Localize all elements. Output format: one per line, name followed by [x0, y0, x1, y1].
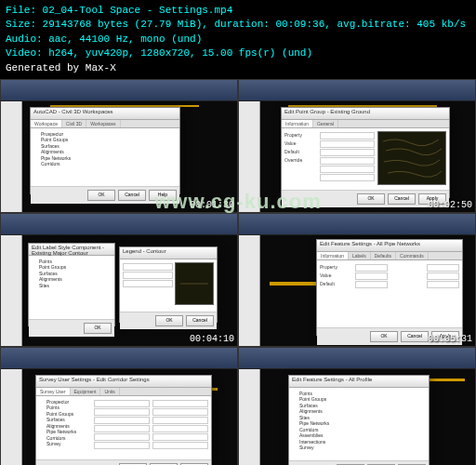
timestamp: 00:05:31: [428, 334, 472, 344]
file-line: File: 02_04-Tool Space - Settings.mp4: [6, 4, 470, 18]
tab-workspaces[interactable]: Workspaces: [86, 120, 120, 127]
help-button[interactable]: Help: [149, 190, 177, 201]
app-ribbon: [1, 348, 237, 369]
media-info-header: File: 02_04-Tool Space - Settings.mp4 Si…: [0, 0, 476, 79]
tab-workspace[interactable]: Workspace: [31, 120, 62, 127]
cancel-button[interactable]: Cancel: [401, 331, 429, 342]
settings-tree[interactable]: Points Point Groups Surfaces Alignments …: [32, 259, 112, 289]
cancel-button[interactable]: Cancel: [186, 315, 214, 326]
feature-settings-dialog[interactable]: Edit Feature Settings - All Pipe Network…: [316, 239, 463, 336]
toolspace-sidebar: [1, 235, 22, 347]
app-ribbon: [239, 214, 475, 235]
dialog-title: Edit Point Group - Existing Ground: [282, 108, 449, 120]
tab-commands[interactable]: Commands: [396, 252, 429, 259]
tab-defaults[interactable]: Defaults: [371, 252, 396, 259]
preview-panel: [175, 262, 214, 305]
toolspace-sidebar: [239, 369, 260, 465]
dialog-title: Legend - Contour: [120, 247, 217, 259]
profile-settings-dialog[interactable]: Edit Feature Settings - All Profile Poin…: [288, 375, 430, 465]
ok-button[interactable]: OK: [357, 193, 385, 205]
tab-units[interactable]: Units: [100, 388, 119, 395]
dialog-title: AutoCAD - Civil 3D Workspaces: [31, 108, 179, 120]
tab-survey[interactable]: Survey User: [36, 388, 71, 395]
cancel-button[interactable]: Cancel: [388, 193, 416, 205]
size-line: Size: 29143768 bytes (27.79 MiB), durati…: [6, 18, 470, 32]
contour-preview: [377, 131, 446, 185]
survey-settings-dialog[interactable]: Survey User Settings - Edit Corridor Set…: [35, 375, 212, 465]
settings-tree[interactable]: Points Point Groups Surfaces Alignments …: [292, 391, 426, 451]
label-style-dialog[interactable]: Edit Label Style Component - Existing Ma…: [28, 243, 115, 326]
tab-general[interactable]: General: [313, 120, 338, 127]
point-group-dialog[interactable]: Edit Point Group - Existing Ground Infor…: [281, 107, 450, 198]
thumbnail-3: Edit Label Style Component - Existing Ma…: [0, 213, 238, 347]
thumbnail-5: Survey User Settings - Edit Corridor Set…: [0, 347, 238, 465]
dialog-title: Edit Feature Settings - All Pipe Network…: [317, 240, 462, 252]
ok-button[interactable]: OK: [84, 323, 112, 334]
ok-button[interactable]: OK: [155, 315, 183, 326]
tab-info[interactable]: Information: [317, 252, 349, 259]
thumbnail-4: Edit Feature Settings - All Pipe Network…: [238, 213, 476, 347]
toolspace-sidebar: [239, 101, 260, 213]
timestamp: 00:04:10: [190, 334, 234, 344]
ok-button[interactable]: OK: [87, 190, 115, 201]
app-ribbon: [239, 348, 475, 369]
tab-equipment[interactable]: Equipment: [71, 388, 101, 395]
app-ribbon: [1, 214, 237, 235]
dialog-title: Edit Feature Settings - All Profile: [289, 376, 429, 388]
settings-tree[interactable]: Prospector Points Point Groups Surfaces …: [39, 399, 90, 457]
toolspace-sidebar: [1, 101, 22, 213]
cancel-button[interactable]: Cancel: [118, 190, 146, 201]
dialog-title: Edit Label Style Component - Existing Ma…: [29, 244, 114, 256]
tab-labels[interactable]: Labels: [349, 252, 371, 259]
app-ribbon: [239, 80, 475, 101]
app-ribbon: [1, 80, 237, 101]
timestamp: 00:02:50: [428, 200, 472, 210]
thumbnail-6: Edit Feature Settings - All Profile Poin…: [238, 347, 476, 465]
toolspace-sidebar: [1, 369, 22, 465]
thumbnail-1: AutoCAD - Civil 3D Workspaces Workspace …: [0, 79, 238, 213]
tab-civil3d[interactable]: Civil 3D: [62, 120, 86, 127]
timestamp: 00:01:30: [190, 200, 234, 210]
workspaces-dialog[interactable]: AutoCAD - Civil 3D Workspaces Workspace …: [30, 107, 180, 194]
generated-line: Generated by Max-X: [6, 61, 470, 75]
legend-dialog[interactable]: Legend - Contour OK Cancel: [119, 246, 218, 323]
ok-button[interactable]: OK: [370, 331, 398, 342]
video-line: Video: h264, yuv420p, 1280x720, 15.00 fp…: [6, 46, 470, 60]
dialog-title: Survey User Settings - Edit Corridor Set…: [36, 376, 211, 388]
thumbnail-2: Edit Point Group - Existing Ground Infor…: [238, 79, 476, 213]
thumbnail-grid: AutoCAD - Civil 3D Workspaces Workspace …: [0, 79, 476, 465]
workspace-tree[interactable]: Prospector Point Groups Surfaces Alignme…: [33, 131, 177, 167]
audio-line: Audio: aac, 44100 Hz, mono (und): [6, 33, 470, 46]
tab-info[interactable]: Information: [282, 120, 313, 127]
toolspace-sidebar: [239, 235, 260, 347]
